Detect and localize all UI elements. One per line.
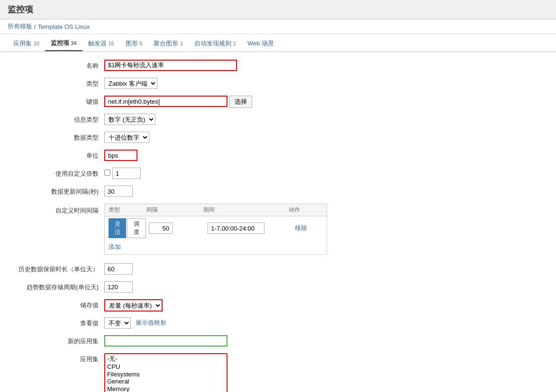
info-type-control: 数字 (无正负) <box>104 114 547 125</box>
data-type-row: 数据类型 十进位数字 <box>9 132 547 145</box>
app-option-memory[interactable]: Memory <box>107 385 225 392</box>
update-interval-input[interactable] <box>104 186 133 197</box>
time-period-cell <box>208 223 292 234</box>
unit-label: 单位 <box>9 150 104 160</box>
show-mapping-link[interactable]: 展示值映射 <box>136 319 166 327</box>
data-type-control: 十进位数字 <box>104 132 547 143</box>
app-option-general[interactable]: General <box>107 378 225 385</box>
period-range-input[interactable] <box>208 223 264 234</box>
breadcrumb-template[interactable]: Template OS Linux <box>38 23 90 30</box>
tab-triggers[interactable]: 触发器 15 <box>82 36 120 51</box>
storage-label: 储存值 <box>9 299 104 310</box>
key-input[interactable] <box>104 96 228 107</box>
app-listbox[interactable]: -无- CPU Filesystems General Memory Netwo… <box>104 353 228 392</box>
app-option-none[interactable]: -无- <box>107 355 225 363</box>
time-table: 类型 间隔 期间 动作 灵活 调度 <box>104 204 327 255</box>
multiplier-row: 使用自定义倍数 <box>9 168 547 181</box>
info-type-label: 信息类型 <box>9 114 104 124</box>
history-input[interactable] <box>104 263 133 275</box>
type-row: 类型 Zabbix 客户端 <box>9 78 547 91</box>
trend-row: 趋势数据存储周期(单位天) <box>9 281 547 294</box>
history-control <box>104 263 547 275</box>
new-app-label: 新的应用集 <box>9 335 104 346</box>
multiplier-checkbox[interactable] <box>104 169 110 176</box>
data-type-label: 数据类型 <box>9 132 104 142</box>
app-listbox-wrapper: -无- CPU Filesystems General Memory Netwo… <box>104 353 228 392</box>
time-interval-cell <box>149 223 205 234</box>
storage-select[interactable]: 差量 (每秒速率) 不变 差量 (简单变化) <box>105 300 162 311</box>
storage-row: 储存值 差量 (每秒速率) 不变 差量 (简单变化) <box>9 299 547 312</box>
add-time-link[interactable]: 添加 <box>109 243 121 250</box>
tab-applications[interactable]: 应用集 10 <box>8 36 45 51</box>
col-type-header: 类型 <box>109 206 146 214</box>
breadcrumb: 所有模板 / Template OS Linux <box>0 19 556 34</box>
type-label: 类型 <box>9 78 104 88</box>
key-control: 选择 <box>104 96 547 108</box>
lookup-select[interactable]: 不变 <box>104 317 131 329</box>
data-type-select[interactable]: 十进位数字 <box>104 132 149 143</box>
app-option-filesystems[interactable]: Filesystems <box>107 371 225 378</box>
app-option-cpu[interactable]: CPU <box>107 363 225 371</box>
key-select-button[interactable]: 选择 <box>229 96 252 108</box>
unit-row: 单位 <box>9 150 547 163</box>
col-period-header: 期间 <box>203 206 289 214</box>
remove-link[interactable]: 移除 <box>295 224 307 232</box>
tab-items[interactable]: 监控项 34 <box>45 36 82 51</box>
storage-select-wrapper: 差量 (每秒速率) 不变 差量 (简单变化) <box>104 299 163 312</box>
new-app-row: 新的应用集 <box>9 335 547 348</box>
type-control: Zabbix 客户端 <box>104 78 547 89</box>
main-form: 名称 类型 Zabbix 客户端 键值 选择 信息类型 数字 (无正负) 数据类 <box>0 52 556 392</box>
new-app-control <box>104 335 547 347</box>
trend-label: 趋势数据存储周期(单位天) <box>9 281 104 292</box>
flexible-button[interactable]: 灵活 <box>109 218 126 238</box>
key-label: 键值 <box>9 96 104 106</box>
app-label: 应用集 <box>9 353 104 364</box>
tabs-bar: 应用集 10 监控项 34 触发器 15 图形 5 聚合图形 1 自动发现规则 … <box>0 34 556 52</box>
name-input[interactable] <box>104 60 237 71</box>
breadcrumb-sep: / <box>34 23 36 30</box>
tab-web[interactable]: Web 场景 <box>242 36 280 51</box>
custom-time-control: 类型 间隔 期间 动作 灵活 调度 <box>104 204 547 255</box>
update-interval-control <box>104 186 547 197</box>
storage-control: 差量 (每秒速率) 不变 差量 (简单变化) <box>104 299 547 312</box>
time-action-cell: 移除 <box>295 224 323 232</box>
history-row: 历史数据保留时长（单位天） <box>9 263 547 276</box>
spacer1 <box>9 259 547 263</box>
add-row: 添加 <box>105 240 327 254</box>
custom-time-row: 自定义时间间隔 类型 间隔 期间 动作 灵活 调度 <box>9 204 547 255</box>
title-text: 监控项 <box>8 5 33 14</box>
tab-screens[interactable]: 聚合图形 1 <box>148 36 189 51</box>
info-type-select[interactable]: 数字 (无正负) <box>104 114 155 125</box>
type-select[interactable]: Zabbix 客户端 <box>104 78 157 89</box>
unit-control <box>104 150 547 161</box>
history-label: 历史数据保留时长（单位天） <box>9 263 104 274</box>
app-row: 应用集 -无- CPU Filesystems General Memory N… <box>9 353 547 392</box>
key-row: 键值 选择 <box>9 96 547 109</box>
lookup-control: 不变 展示值映射 <box>104 317 547 329</box>
multiplier-control <box>104 168 547 179</box>
trend-input[interactable] <box>104 281 133 293</box>
time-type-cell: 灵活 调度 <box>109 218 146 238</box>
col-action-header: 动作 <box>289 206 317 214</box>
interval-input[interactable] <box>149 223 173 234</box>
time-table-header: 类型 间隔 期间 动作 <box>105 204 327 216</box>
unit-input[interactable] <box>104 150 137 161</box>
multiplier-input[interactable] <box>112 168 141 179</box>
new-app-input[interactable] <box>104 335 228 347</box>
app-control: -无- CPU Filesystems General Memory Netwo… <box>104 353 547 392</box>
tab-discovery[interactable]: 自动发现规则 2 <box>189 36 242 51</box>
name-row: 名称 <box>9 60 547 73</box>
page-title: 监控项 <box>0 0 556 19</box>
breadcrumb-all-templates[interactable]: 所有模板 <box>8 22 32 31</box>
lookup-label: 查看值 <box>9 317 104 328</box>
col-interval-header: 间隔 <box>146 206 203 214</box>
name-label: 名称 <box>9 60 104 70</box>
tab-graphs[interactable]: 图形 5 <box>120 36 148 51</box>
scheduling-button[interactable]: 调度 <box>127 218 146 238</box>
lookup-row: 查看值 不变 展示值映射 <box>9 317 547 330</box>
name-control <box>104 60 547 71</box>
multiplier-label: 使用自定义倍数 <box>9 168 104 178</box>
update-interval-row: 数据更新间隔(秒) <box>9 186 547 199</box>
trend-control <box>104 281 547 293</box>
custom-time-label: 自定义时间间隔 <box>9 204 104 215</box>
